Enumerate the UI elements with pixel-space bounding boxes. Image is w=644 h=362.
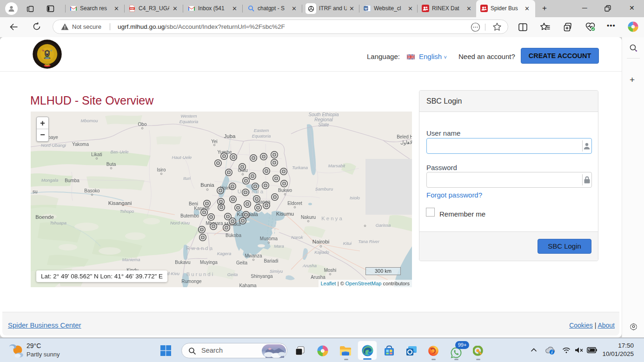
svg-text:Marsabit: Marsabit: [328, 163, 345, 168]
svg-text:Bukoba: Bukoba: [226, 233, 241, 238]
svg-text:·········: ·········: [44, 42, 51, 44]
svg-text:Western: Western: [180, 113, 197, 118]
svg-text:Mbomou: Mbomou: [81, 118, 99, 123]
svg-text:Equatoria: Equatoria: [179, 119, 199, 124]
svg-text:Mara: Mara: [274, 244, 284, 249]
svg-text:PDF: PDF: [130, 7, 134, 10]
svg-text:Musoma: Musoma: [260, 236, 278, 241]
svg-text:Kisumu: Kisumu: [276, 211, 294, 217]
svg-text:Eldoret: Eldoret: [287, 201, 302, 206]
svg-text:State: State: [318, 122, 329, 127]
svg-text:Nakuru: Nakuru: [301, 215, 316, 220]
svg-text:Bunia: Bunia: [200, 182, 214, 188]
svg-text:Beled H: Beled H: [397, 134, 412, 139]
svg-text:Kitui: Kitui: [343, 241, 352, 246]
svg-text:Moshi: Moshi: [324, 268, 337, 273]
svg-text:Shinyanga: Shinyanga: [251, 274, 273, 279]
svg-text:Kahama: Kahama: [239, 283, 257, 287]
svg-text:Regional: Regional: [314, 117, 333, 122]
svg-text:Equatoria: Equatoria: [252, 133, 271, 138]
svg-text:Ituri: Ituri: [183, 176, 191, 181]
svg-text:Isiolo: Isiolo: [350, 195, 360, 200]
svg-text:Narok: Narok: [291, 235, 304, 240]
svg-text:su: su: [33, 189, 38, 194]
svg-text:paye: paye: [48, 135, 58, 140]
svg-text:Haut-Uele: Haut-Uele: [172, 155, 192, 160]
svg-text:Turkana: Turkana: [292, 165, 308, 170]
svg-text:Samburu: Samburu: [315, 186, 333, 191]
svg-text:Geita: Geita: [227, 272, 238, 277]
svg-text:Nord-Ubangi: Nord-Ubangi: [41, 143, 66, 148]
svg-text:Yei: Yei: [211, 139, 218, 144]
svg-text:Nord-Kivu: Nord-Kivu: [170, 220, 190, 225]
svg-text:Rwanda: Rwanda: [186, 245, 214, 251]
svg-text:Bariadi: Bariadi: [264, 258, 278, 263]
svg-text:Nairobi: Nairobi: [312, 239, 329, 244]
svg-text:Bas-Uele: Bas-Uele: [110, 149, 128, 154]
svg-text:Buta: Buta: [106, 162, 116, 167]
svg-text:Kagera: Kagera: [217, 251, 232, 256]
svg-text:Muyinga: Muyinga: [200, 260, 218, 265]
svg-text:Juba: Juba: [224, 133, 236, 139]
svg-text:Isiro: Isiro: [157, 167, 166, 172]
svg-text:W: W: [365, 7, 368, 10]
svg-text:Kenya: Kenya: [321, 216, 344, 221]
svg-text:Bukavu: Bukavu: [175, 260, 190, 265]
svg-text:Rumonge: Rumonge: [181, 279, 202, 284]
svg-text:Tshuapa: Tshuapa: [50, 220, 66, 225]
svg-text:Mongala: Mongala: [41, 178, 58, 183]
svg-text:Eastern: Eastern: [254, 128, 269, 133]
svg-text:Butembo: Butembo: [180, 213, 199, 218]
svg-text:Simiyu: Simiyu: [270, 269, 283, 274]
svg-text:Arusha: Arusha: [311, 275, 325, 280]
svg-text:Burundi: Burundi: [186, 271, 215, 277]
svg-text:Likati: Likati: [91, 152, 102, 157]
svg-text:Kajiado: Kajiado: [314, 250, 329, 255]
svg-text:Uganda: Uganda: [238, 189, 265, 194]
svg-text:Arusha: Arusha: [302, 263, 317, 268]
svg-text:لاهاول: لاهاول: [400, 140, 412, 145]
svg-text:South Ethiopia: South Ethiopia: [308, 112, 339, 117]
svg-text:Tana River: Tana River: [358, 239, 379, 244]
svg-text:Mwanza: Mwanza: [245, 253, 262, 258]
svg-text:Bumba: Bumba: [65, 178, 80, 183]
svg-text:Boende: Boende: [35, 214, 54, 220]
svg-text:Bukwo: Bukwo: [278, 188, 292, 193]
svg-text:Obo: Obo: [138, 122, 147, 127]
svg-text:Garissa: Garissa: [376, 223, 391, 228]
svg-text:Basoko: Basoko: [84, 188, 100, 193]
svg-text:Kisangani: Kisangani: [108, 200, 132, 206]
svg-text:Tshopo: Tshopo: [120, 209, 134, 214]
svg-text:Maniema: Maniema: [122, 257, 140, 262]
svg-text:Geita: Geita: [236, 260, 247, 265]
svg-text:Yakoma: Yakoma: [72, 142, 89, 147]
